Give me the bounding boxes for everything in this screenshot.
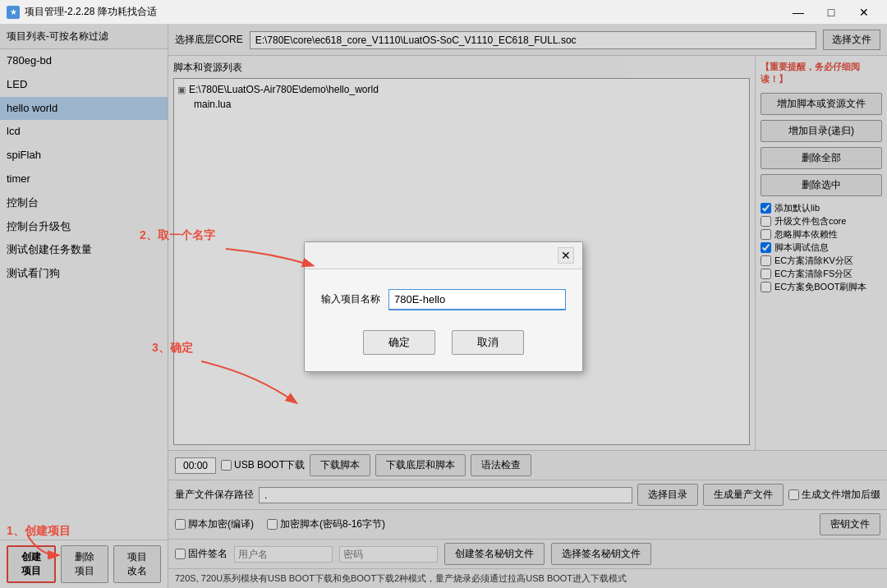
dialog-close-button[interactable]: ✕	[558, 247, 574, 264]
window-controls: — □ ✕	[782, 0, 880, 25]
dialog: ✕ 输入项目名称 确定 取消	[304, 241, 583, 372]
titlebar-title: 项目管理-2.2.28 降功耗找合适	[25, 5, 157, 19]
dialog-overlay: ✕ 输入项目名称 确定 取消	[0, 25, 887, 588]
dialog-buttons: 确定 取消	[321, 330, 566, 355]
dialog-field: 输入项目名称	[321, 289, 566, 310]
dialog-confirm-button[interactable]: 确定	[363, 330, 435, 355]
minimize-button[interactable]: —	[782, 0, 815, 25]
dialog-field-label: 输入项目名称	[321, 292, 380, 306]
close-button[interactable]: ✕	[848, 0, 880, 25]
app-icon: ★	[7, 6, 20, 19]
dialog-cancel-button[interactable]: 取消	[452, 330, 524, 355]
titlebar: ★ 项目管理-2.2.28 降功耗找合适 — □ ✕	[0, 0, 887, 25]
titlebar-left: ★ 项目管理-2.2.28 降功耗找合适	[7, 5, 157, 19]
project-name-input[interactable]	[388, 289, 566, 310]
dialog-titlebar: ✕	[305, 242, 582, 269]
maximize-button[interactable]: □	[815, 0, 848, 25]
dialog-body: 输入项目名称 确定 取消	[305, 269, 582, 371]
